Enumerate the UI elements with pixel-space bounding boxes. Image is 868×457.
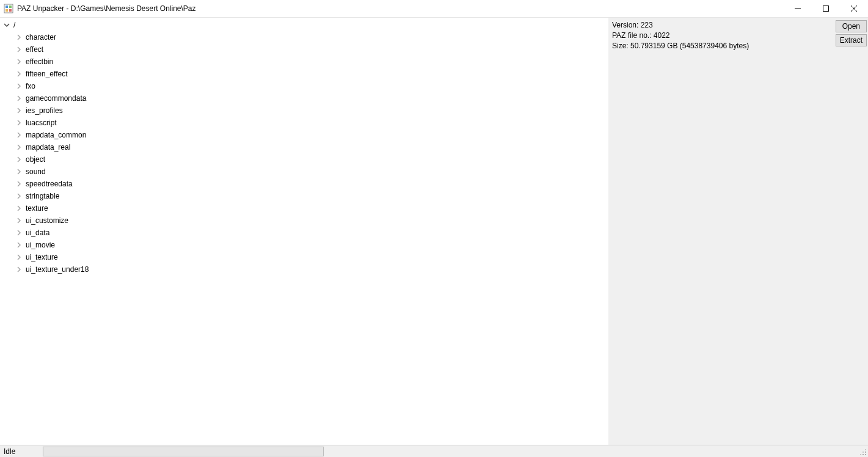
status-text: Idle <box>0 447 43 456</box>
svg-rect-2 <box>9 5 12 8</box>
tree-item[interactable]: speedtreedata <box>12 178 608 190</box>
tree-item-label: luacscript <box>26 119 57 127</box>
tree-item[interactable]: ui_customize <box>12 214 608 227</box>
svg-point-10 <box>863 454 864 455</box>
chevron-right-icon[interactable] <box>15 241 23 249</box>
chevron-right-icon[interactable] <box>15 119 23 127</box>
tree-item[interactable]: fxo <box>12 80 608 92</box>
chevron-right-icon[interactable] <box>15 155 23 164</box>
tree-item-label: object <box>26 155 45 164</box>
tree-item[interactable]: mapdata_common <box>12 129 608 141</box>
window-title: PAZ Unpacker - D:\Games\Nemesis Desert O… <box>17 4 196 13</box>
chevron-right-icon[interactable] <box>15 192 23 200</box>
tree-item[interactable]: luacscript <box>12 117 608 129</box>
tree-item-label: mapdata_real <box>26 143 70 152</box>
chevron-right-icon[interactable] <box>15 204 23 213</box>
chevron-right-icon[interactable] <box>15 143 23 152</box>
chevron-right-icon[interactable] <box>15 253 23 261</box>
file-tree[interactable]: /charactereffecteffectbinfifteen_effectf… <box>0 19 608 276</box>
chevron-right-icon[interactable] <box>15 82 23 90</box>
svg-rect-3 <box>5 9 8 12</box>
tree-item-label: effect <box>26 45 43 54</box>
tree-item-label: sound <box>26 167 46 176</box>
tree-item-label: ui_data <box>26 228 49 237</box>
tree-item-label: effectbin <box>26 57 53 66</box>
chevron-right-icon[interactable] <box>15 228 23 237</box>
chevron-right-icon[interactable] <box>15 216 23 225</box>
tree-item-label: gamecommondata <box>26 94 86 103</box>
svg-point-11 <box>865 452 866 453</box>
svg-point-14 <box>865 449 866 450</box>
tree-item-label: texture <box>26 204 48 213</box>
close-icon <box>851 5 857 12</box>
svg-point-9 <box>865 454 866 455</box>
chevron-right-icon[interactable] <box>15 167 23 176</box>
tree-item[interactable]: ui_movie <box>12 239 608 251</box>
maximize-icon <box>823 5 829 12</box>
tree-item-root[interactable]: / <box>0 19 608 31</box>
info-block: Version: 223 PAZ file no.: 4022 Size: 50… <box>608 18 868 54</box>
chevron-right-icon[interactable] <box>15 70 23 78</box>
side-pane: Version: 223 PAZ file no.: 4022 Size: 50… <box>608 18 868 445</box>
tree-item-label: character <box>26 33 56 42</box>
window-controls <box>784 0 868 17</box>
tree-item-label: ui_movie <box>26 241 55 249</box>
chevron-right-icon[interactable] <box>15 180 23 188</box>
tree-item-label: mapdata_common <box>26 131 86 139</box>
tree-item[interactable]: ui_data <box>12 227 608 239</box>
tree-item[interactable]: effectbin <box>12 56 608 68</box>
chevron-right-icon[interactable] <box>15 57 23 66</box>
chevron-right-icon[interactable] <box>15 94 23 103</box>
info-version: Version: 223 <box>612 20 864 31</box>
maximize-button[interactable] <box>812 0 840 17</box>
tree-item[interactable]: character <box>12 31 608 43</box>
side-buttons: Open Extract <box>836 20 867 46</box>
app-icon <box>4 4 13 13</box>
titlebar: PAZ Unpacker - D:\Games\Nemesis Desert O… <box>0 0 868 18</box>
svg-point-13 <box>863 452 864 453</box>
tree-item[interactable]: texture <box>12 202 608 214</box>
chevron-right-icon[interactable] <box>15 131 23 139</box>
info-size: Size: 50.793159 GB (54538739406 bytes) <box>612 41 864 51</box>
tree-item-label: ui_customize <box>26 216 68 225</box>
tree-item-label: ui_texture <box>26 253 58 261</box>
close-button[interactable] <box>840 0 868 17</box>
tree-item[interactable]: gamecommondata <box>12 92 608 104</box>
minimize-icon <box>795 5 801 12</box>
svg-point-12 <box>860 454 861 455</box>
svg-rect-6 <box>823 6 829 12</box>
tree-item[interactable]: effect <box>12 43 608 56</box>
progress-bar <box>43 447 324 456</box>
resize-grip-icon[interactable] <box>859 448 867 456</box>
tree-item-label: stringtable <box>26 192 59 200</box>
tree-item[interactable]: stringtable <box>12 190 608 202</box>
chevron-right-icon[interactable] <box>15 33 23 42</box>
info-fileno: PAZ file no.: 4022 <box>612 31 864 41</box>
tree-item-label: fifteen_effect <box>26 70 68 78</box>
tree-item[interactable]: object <box>12 153 608 166</box>
tree-pane[interactable]: /charactereffecteffectbinfifteen_effectf… <box>0 18 608 445</box>
tree-item[interactable]: ies_profiles <box>12 104 608 117</box>
tree-item-label: fxo <box>26 82 35 90</box>
tree-item[interactable]: ui_texture <box>12 251 608 263</box>
tree-item[interactable]: ui_texture_under18 <box>12 263 608 276</box>
tree-item-label: ui_texture_under18 <box>26 265 89 274</box>
tree-item[interactable]: sound <box>12 166 608 178</box>
svg-rect-1 <box>5 5 8 8</box>
client-area: /charactereffecteffectbinfifteen_effectf… <box>0 18 868 445</box>
chevron-down-icon[interactable] <box>2 21 11 29</box>
tree-item[interactable]: fifteen_effect <box>12 68 608 80</box>
extract-button[interactable]: Extract <box>836 34 867 46</box>
open-button[interactable]: Open <box>836 20 867 32</box>
statusbar: Idle <box>0 445 868 457</box>
chevron-right-icon[interactable] <box>15 45 23 54</box>
tree-item-label: ies_profiles <box>26 106 63 115</box>
chevron-right-icon[interactable] <box>15 106 23 115</box>
minimize-button[interactable] <box>784 0 812 17</box>
svg-rect-4 <box>9 9 12 12</box>
tree-item-label: / <box>13 21 15 29</box>
tree-item[interactable]: mapdata_real <box>12 141 608 153</box>
tree-item-label: speedtreedata <box>26 180 73 188</box>
chevron-right-icon[interactable] <box>15 265 23 274</box>
